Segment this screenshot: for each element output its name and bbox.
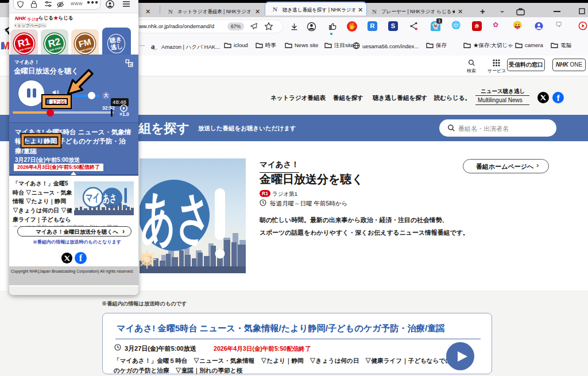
svg-text:あさ: あさ <box>103 192 117 205</box>
svg-text:マイ: マイ <box>86 192 100 203</box>
svg-text:あさ: あさ <box>141 185 211 249</box>
